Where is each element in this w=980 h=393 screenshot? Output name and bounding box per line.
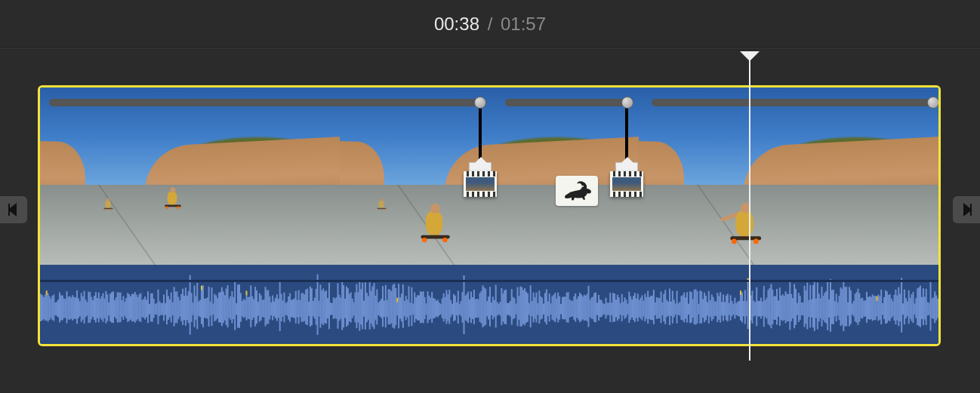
svg-rect-39 xyxy=(97,298,98,318)
svg-rect-565 xyxy=(858,293,860,322)
svg-rect-194 xyxy=(321,290,322,324)
svg-rect-388 xyxy=(602,303,604,315)
svg-rect-68 xyxy=(139,294,140,321)
svg-rect-412 xyxy=(637,293,639,321)
speed-segment-end-dot[interactable] xyxy=(621,97,633,109)
speed-segment-end-dot[interactable] xyxy=(927,97,939,109)
svg-rect-148 xyxy=(254,287,256,327)
svg-rect-584 xyxy=(886,291,888,323)
svg-rect-597 xyxy=(905,298,907,318)
svg-rect-281 xyxy=(447,294,448,321)
trim-start-handle[interactable] xyxy=(0,196,27,223)
timeline-clip[interactable] xyxy=(38,85,941,346)
svg-rect-611 xyxy=(926,289,927,325)
svg-rect-200 xyxy=(330,302,331,315)
svg-rect-118 xyxy=(211,287,213,326)
speed-segment-end-dot[interactable] xyxy=(474,97,486,109)
svg-rect-339 xyxy=(532,301,533,316)
svg-rect-453 xyxy=(697,291,698,324)
svg-rect-460 xyxy=(707,302,708,315)
svg-rect-624 xyxy=(740,290,741,295)
svg-rect-264 xyxy=(423,291,424,324)
svg-rect-132 xyxy=(231,291,233,323)
svg-rect-277 xyxy=(442,299,443,318)
speed-segment[interactable] xyxy=(505,99,626,106)
svg-rect-478 xyxy=(733,304,735,315)
svg-rect-71 xyxy=(143,299,144,318)
audio-waveform[interactable] xyxy=(40,265,938,344)
svg-rect-0 xyxy=(40,294,42,322)
svg-rect-329 xyxy=(517,287,519,327)
svg-rect-142 xyxy=(246,296,248,321)
svg-rect-13 xyxy=(59,293,60,323)
svg-rect-69 xyxy=(140,293,141,322)
svg-rect-127 xyxy=(224,295,226,321)
svg-rect-130 xyxy=(229,299,230,318)
svg-rect-55 xyxy=(120,293,122,322)
svg-rect-356 xyxy=(556,299,557,318)
svg-rect-360 xyxy=(562,297,563,319)
svg-rect-86 xyxy=(165,303,166,315)
svg-rect-516 xyxy=(787,294,789,321)
svg-rect-331 xyxy=(519,287,521,327)
svg-rect-304 xyxy=(481,291,482,324)
svg-rect-621 xyxy=(201,286,202,290)
svg-rect-471 xyxy=(723,294,724,321)
svg-rect-164 xyxy=(278,299,279,318)
svg-rect-567 xyxy=(861,298,863,319)
svg-rect-270 xyxy=(431,292,433,323)
svg-rect-476 xyxy=(730,295,732,320)
svg-rect-64 xyxy=(133,294,134,321)
speed-segment[interactable] xyxy=(49,99,479,106)
speed-segment[interactable] xyxy=(652,99,932,106)
svg-rect-203 xyxy=(334,299,336,318)
svg-rect-378 xyxy=(588,286,590,327)
svg-rect-18 xyxy=(66,291,68,323)
playhead[interactable] xyxy=(749,60,750,361)
svg-rect-215 xyxy=(352,299,353,318)
svg-rect-286 xyxy=(455,296,456,321)
svg-rect-38 xyxy=(95,292,97,322)
svg-rect-192 xyxy=(319,301,320,317)
svg-rect-554 xyxy=(843,280,844,331)
svg-rect-188 xyxy=(313,301,314,316)
svg-rect-566 xyxy=(860,299,861,318)
svg-rect-157 xyxy=(267,290,269,324)
total-duration: 01:57 xyxy=(501,14,546,34)
svg-rect-451 xyxy=(694,290,695,324)
svg-rect-352 xyxy=(550,303,552,315)
svg-rect-184 xyxy=(307,289,308,326)
svg-rect-313 xyxy=(494,300,495,318)
svg-rect-610 xyxy=(924,296,926,319)
svg-rect-581 xyxy=(882,303,883,315)
svg-rect-496 xyxy=(759,301,760,316)
svg-rect-474 xyxy=(727,293,729,321)
svg-rect-219 xyxy=(357,292,359,323)
svg-rect-167 xyxy=(282,300,284,317)
svg-rect-138 xyxy=(240,293,242,322)
svg-rect-312 xyxy=(492,296,494,319)
svg-rect-137 xyxy=(239,284,240,328)
svg-rect-213 xyxy=(349,293,350,321)
svg-rect-196 xyxy=(324,292,325,324)
svg-rect-333 xyxy=(522,290,524,324)
svg-rect-87 xyxy=(166,290,168,324)
svg-rect-249 xyxy=(401,293,402,321)
volume-level-line[interactable] xyxy=(40,280,938,282)
svg-rect-143 xyxy=(248,297,249,319)
svg-rect-419 xyxy=(647,291,649,324)
svg-rect-50 xyxy=(112,291,114,323)
svg-rect-30 xyxy=(84,291,85,324)
svg-rect-484 xyxy=(741,293,743,323)
svg-rect-111 xyxy=(201,290,202,324)
svg-rect-88 xyxy=(168,296,169,320)
svg-rect-108 xyxy=(196,283,198,329)
svg-rect-66 xyxy=(136,295,137,321)
svg-rect-256 xyxy=(411,287,412,326)
svg-rect-493 xyxy=(754,302,756,316)
trim-end-handle[interactable] xyxy=(953,196,980,223)
svg-rect-573 xyxy=(871,297,872,319)
svg-rect-41 xyxy=(100,299,101,318)
svg-rect-376 xyxy=(585,296,587,321)
time-separator: / xyxy=(488,14,493,34)
